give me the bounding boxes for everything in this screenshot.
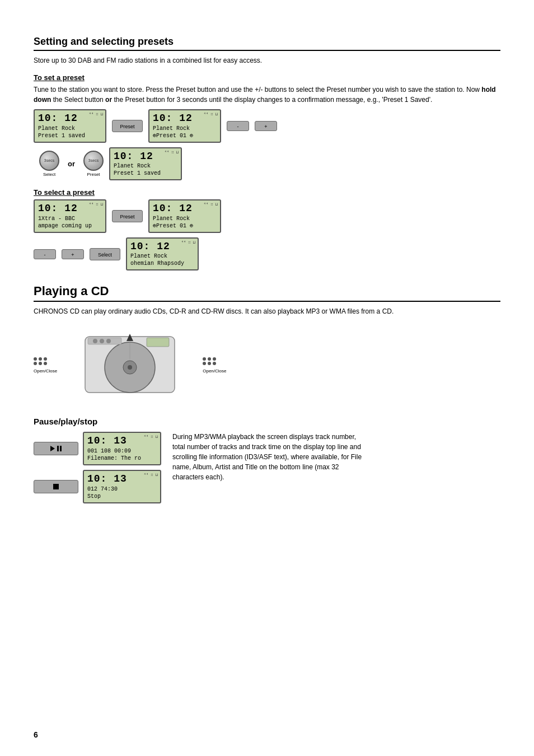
dots-row-1 (34, 357, 47, 361)
page-number: 6 (34, 730, 38, 739)
lcd-display-2: ⁴⁴ ∷ ⊔ 10: 12 Planet Rock ⊕Preset 01 ⊕ (148, 109, 221, 143)
lcd-line2-play: Filename: The ro (87, 455, 157, 462)
pause-bar-2 (60, 446, 62, 451)
dots-row-2 (34, 362, 47, 365)
lcd-display-1: ⁴⁴ ∷ ⊔ 10: 12 Planet Rock Preset 1 saved (34, 109, 106, 143)
preset-dial-1[interactable]: 3secs Preset (83, 151, 104, 177)
open-close-right: Open/Close (203, 357, 226, 374)
dial-label-1: Select (43, 172, 55, 177)
dot-r1 (203, 357, 206, 361)
pause-bar-1 (57, 446, 59, 451)
pause-play-section: ⁴⁴ ∷ ⊔ 10: 13 001 108 00:09 Filename: Th… (34, 432, 500, 503)
set-preset-desc: Tune to the station you want to store. P… (34, 85, 500, 105)
plus-button-1[interactable]: + (255, 121, 277, 131)
pause-icon (57, 446, 62, 451)
dot-1 (34, 357, 37, 361)
dot-r2 (208, 357, 211, 361)
lcd-icons-s3: ⁴⁴ ∷ ⊔ (181, 240, 195, 245)
or-label: or (68, 160, 75, 168)
svg-rect-10 (147, 338, 169, 347)
select-button-s[interactable]: Select (90, 248, 120, 260)
svg-point-9 (106, 339, 111, 343)
minus-button-s[interactable]: - (34, 249, 56, 259)
lcd-line2-stop: Stop (87, 493, 157, 500)
svg-point-7 (93, 339, 97, 343)
lcd-line2-3: Preset 1 saved (114, 170, 177, 177)
lcd-line2-s2: ⊕Preset 01 ⊕ (153, 222, 217, 230)
lcd-display-play: ⁴⁴ ∷ ⊔ 10: 13 001 108 00:09 Filename: Th… (83, 432, 161, 465)
lcd-line1-2: Planet Rock (153, 125, 217, 132)
lcd-line1-s3: Planet Rock (130, 253, 194, 260)
lcd-icons-play: ⁴⁴ ∷ ⊔ (144, 435, 158, 439)
lcd-display-3: ⁴⁴ ∷ ⊔ 10: 12 Planet Rock Preset 1 saved (109, 147, 182, 181)
lcd-icons-s1: ⁴⁴ ∷ ⊔ (89, 202, 103, 207)
dots-row-r1 (203, 357, 216, 361)
cd-device-area: Open/Close (34, 325, 500, 405)
dot-6 (44, 362, 47, 365)
dot-r5 (208, 362, 211, 365)
lcd-line2-s3: ohemian Rhapsody (130, 260, 194, 267)
svg-point-8 (100, 339, 104, 343)
dot-r3 (213, 357, 216, 361)
lcd-line1-3: Planet Rock (114, 162, 177, 170)
cd-device-illustration (74, 325, 186, 405)
dot-2 (39, 357, 42, 361)
subtitle-pause-play-stop: Pause/play/stop (34, 417, 500, 426)
lcd-line1-s2: Planet Rock (153, 215, 217, 222)
stop-icon (53, 484, 59, 489)
presets-intro: Store up to 30 DAB and FM radio stations… (34, 55, 500, 66)
lcd-display-stop: ⁴⁴ ∷ ⊔ 10: 13 012 74:30 Stop (83, 470, 161, 503)
section-title-presets: Setting and selecting presets (34, 36, 500, 51)
stop-button[interactable] (34, 480, 78, 493)
svg-point-3 (128, 365, 132, 370)
lcd-line1-s1: 1Xtra - BBC (38, 215, 102, 222)
dial-label-2: Preset (87, 172, 100, 177)
set-preset-diagram: ⁴⁴ ∷ ⊔ 10: 12 Planet Rock Preset 1 saved… (34, 109, 500, 180)
dot-5 (39, 362, 42, 365)
dot-4 (34, 362, 37, 365)
select-dial-1[interactable]: 3secs Select (39, 151, 59, 177)
lcd-icons-3: ⁴⁴ ∷ ⊔ (165, 150, 179, 155)
play-pause-button[interactable] (34, 442, 78, 455)
lcd-display-s2: ⁴⁴ ∷ ⊔ 10: 12 Planet Rock ⊕Preset 01 ⊕ (148, 199, 221, 233)
button-display-col: ⁴⁴ ∷ ⊔ 10: 13 001 108 00:09 Filename: Th… (34, 432, 161, 503)
dot-r4 (203, 362, 206, 365)
stop-row: ⁴⁴ ∷ ⊔ 10: 13 012 74:30 Stop (34, 470, 161, 503)
dot-3 (44, 357, 47, 361)
lcd-line1-play: 001 108 00:09 (87, 447, 157, 455)
open-close-label-right: Open/Close (203, 368, 226, 374)
dot-r6 (213, 362, 216, 365)
dots-row-r2 (203, 362, 216, 365)
section-title-cd: Playing a CD (34, 284, 500, 302)
lcd-line2-s1: ampage coming up (38, 222, 102, 230)
dial-icon-1: 3secs (39, 151, 59, 171)
lcd-icons-1: ⁴⁴ ∷ ⊔ (89, 112, 103, 116)
pause-play-desc: During MP3/WMA playback the screen displ… (172, 432, 363, 482)
cd-intro: CHRONOS CD can play ordinary audio CDs, … (34, 306, 500, 316)
lcd-display-s1: ⁴⁴ ∷ ⊔ 10: 12 1Xtra - BBC ampage coming … (34, 199, 106, 233)
lcd-line1-1: Planet Rock (38, 125, 102, 132)
open-close-left: Open/Close (34, 357, 57, 374)
subtitle-set-preset: To set a preset (34, 73, 500, 82)
preset-button-s1[interactable]: Preset (112, 210, 143, 222)
play-pause-row: ⁴⁴ ∷ ⊔ 10: 13 001 108 00:09 Filename: Th… (34, 432, 161, 465)
lcd-display-s3: ⁴⁴ ∷ ⊔ 10: 12 Planet Rock ohemian Rhapso… (126, 237, 199, 271)
open-close-label-left: Open/Close (34, 368, 57, 374)
lcd-line2-2: ⊕Preset 01 ⊕ (153, 132, 217, 139)
lcd-icons-2: ⁴⁴ ∷ ⊔ (204, 112, 218, 116)
subtitle-select-preset: To select a preset (34, 188, 500, 197)
preset-button-1[interactable]: Preset (112, 120, 143, 132)
dial-icon-2: 3secs (83, 151, 104, 171)
minus-button-1[interactable]: - (227, 121, 249, 131)
lcd-icons-s2: ⁴⁴ ∷ ⊔ (204, 202, 218, 207)
lcd-line2-1: Preset 1 saved (38, 132, 102, 139)
select-preset-diagram: ⁴⁴ ∷ ⊔ 10: 12 1Xtra - BBC ampage coming … (34, 199, 500, 270)
play-icon (50, 446, 55, 451)
dots-left (34, 357, 47, 366)
lcd-icons-stop: ⁴⁴ ∷ ⊔ (144, 473, 158, 477)
plus-button-s[interactable]: + (62, 249, 84, 259)
pause-play-desc-area: During MP3/WMA playback the screen displ… (172, 432, 363, 487)
lcd-line1-stop: 012 74:30 (87, 486, 157, 493)
dots-right (203, 357, 216, 366)
